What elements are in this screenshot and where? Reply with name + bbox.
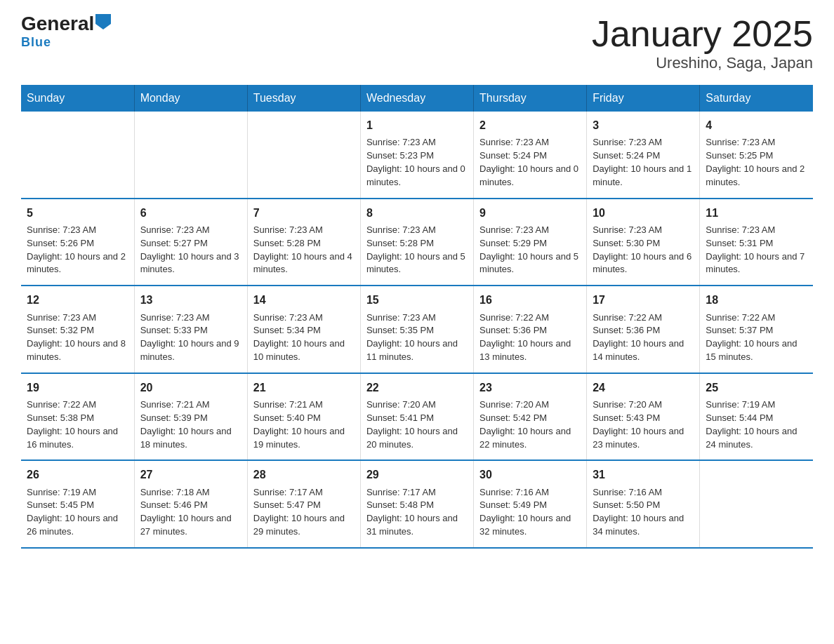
day-info: Sunrise: 7:23 AMSunset: 5:29 PMDaylight:… [479, 224, 578, 275]
day-cell: 3Sunrise: 7:23 AMSunset: 5:24 PMDaylight… [587, 112, 700, 199]
day-number: 10 [593, 205, 694, 221]
day-cell: 12Sunrise: 7:23 AMSunset: 5:32 PMDayligh… [21, 286, 134, 373]
day-cell: 13Sunrise: 7:23 AMSunset: 5:33 PMDayligh… [134, 286, 247, 373]
day-info: Sunrise: 7:22 AMSunset: 5:37 PMDaylight:… [706, 312, 797, 363]
day-number: 13 [140, 292, 241, 308]
day-info: Sunrise: 7:20 AMSunset: 5:41 PMDaylight:… [366, 399, 458, 450]
day-cell: 21Sunrise: 7:21 AMSunset: 5:40 PMDayligh… [247, 373, 360, 461]
day-number: 18 [706, 292, 807, 308]
day-cell: 17Sunrise: 7:22 AMSunset: 5:36 PMDayligh… [587, 286, 700, 373]
day-info: Sunrise: 7:23 AMSunset: 5:25 PMDaylight:… [706, 137, 805, 187]
day-info: Sunrise: 7:23 AMSunset: 5:32 PMDaylight:… [27, 312, 126, 363]
day-cell [700, 460, 813, 548]
header-sunday: Sunday [21, 85, 134, 112]
day-info: Sunrise: 7:22 AMSunset: 5:36 PMDaylight:… [479, 312, 571, 363]
day-cell: 4Sunrise: 7:23 AMSunset: 5:25 PMDaylight… [700, 112, 813, 199]
day-info: Sunrise: 7:17 AMSunset: 5:47 PMDaylight:… [253, 487, 345, 537]
svg-marker-0 [95, 14, 111, 29]
day-number: 27 [140, 467, 241, 483]
day-cell: 10Sunrise: 7:23 AMSunset: 5:30 PMDayligh… [587, 199, 700, 286]
day-number: 26 [27, 467, 128, 483]
header-monday: Monday [134, 85, 247, 112]
day-info: Sunrise: 7:23 AMSunset: 5:28 PMDaylight:… [253, 224, 352, 275]
day-info: Sunrise: 7:16 AMSunset: 5:49 PMDaylight:… [479, 487, 571, 537]
calendar-table: SundayMondayTuesdayWednesdayThursdayFrid… [21, 85, 813, 549]
day-number: 11 [706, 205, 807, 221]
day-info: Sunrise: 7:20 AMSunset: 5:43 PMDaylight:… [593, 399, 684, 450]
day-cell: 5Sunrise: 7:23 AMSunset: 5:26 PMDaylight… [21, 199, 134, 286]
day-info: Sunrise: 7:17 AMSunset: 5:48 PMDaylight:… [366, 487, 458, 537]
day-number: 25 [706, 380, 807, 396]
day-info: Sunrise: 7:23 AMSunset: 5:24 PMDaylight:… [593, 137, 691, 187]
logo-blue: Blue [21, 35, 51, 50]
day-info: Sunrise: 7:22 AMSunset: 5:36 PMDaylight:… [593, 312, 684, 363]
day-info: Sunrise: 7:23 AMSunset: 5:35 PMDaylight:… [366, 312, 458, 363]
day-cell [134, 112, 247, 199]
day-info: Sunrise: 7:23 AMSunset: 5:30 PMDaylight:… [593, 224, 691, 275]
day-info: Sunrise: 7:21 AMSunset: 5:39 PMDaylight:… [140, 399, 232, 450]
day-number: 9 [479, 205, 581, 221]
day-cell: 18Sunrise: 7:22 AMSunset: 5:37 PMDayligh… [700, 286, 813, 373]
header-friday: Friday [587, 85, 700, 112]
day-info: Sunrise: 7:16 AMSunset: 5:50 PMDaylight:… [593, 487, 684, 537]
day-cell: 16Sunrise: 7:22 AMSunset: 5:36 PMDayligh… [474, 286, 587, 373]
day-number: 30 [479, 467, 581, 483]
calendar-title: January 2025 [592, 14, 813, 54]
day-cell: 6Sunrise: 7:23 AMSunset: 5:27 PMDaylight… [134, 199, 247, 286]
day-info: Sunrise: 7:23 AMSunset: 5:26 PMDaylight:… [27, 224, 126, 275]
header-thursday: Thursday [474, 85, 587, 112]
day-number: 6 [140, 205, 241, 221]
day-cell: 15Sunrise: 7:23 AMSunset: 5:35 PMDayligh… [360, 286, 473, 373]
day-cell: 25Sunrise: 7:19 AMSunset: 5:44 PMDayligh… [700, 373, 813, 461]
day-cell: 8Sunrise: 7:23 AMSunset: 5:28 PMDaylight… [360, 199, 473, 286]
day-info: Sunrise: 7:23 AMSunset: 5:24 PMDaylight:… [479, 137, 578, 187]
day-number: 17 [593, 292, 694, 308]
day-info: Sunrise: 7:23 AMSunset: 5:33 PMDaylight:… [140, 312, 239, 363]
day-number: 7 [253, 205, 355, 221]
day-number: 12 [27, 292, 128, 308]
day-number: 24 [593, 380, 694, 396]
day-number: 29 [366, 467, 468, 483]
title-block: January 2025 Ureshino, Saga, Japan [592, 14, 813, 72]
logo: General Blue [21, 14, 111, 50]
day-number: 3 [593, 117, 694, 133]
day-number: 8 [366, 205, 468, 221]
day-cell: 23Sunrise: 7:20 AMSunset: 5:42 PMDayligh… [474, 373, 587, 461]
day-number: 16 [479, 292, 581, 308]
day-info: Sunrise: 7:22 AMSunset: 5:38 PMDaylight:… [27, 399, 118, 450]
day-cell: 24Sunrise: 7:20 AMSunset: 5:43 PMDayligh… [587, 373, 700, 461]
logo-general: General [21, 14, 94, 34]
day-info: Sunrise: 7:20 AMSunset: 5:42 PMDaylight:… [479, 399, 571, 450]
day-cell [247, 112, 360, 199]
day-cell: 22Sunrise: 7:20 AMSunset: 5:41 PMDayligh… [360, 373, 473, 461]
week-row-2: 5Sunrise: 7:23 AMSunset: 5:26 PMDaylight… [21, 199, 813, 286]
day-number: 21 [253, 380, 355, 396]
day-number: 20 [140, 380, 241, 396]
day-number: 19 [27, 380, 128, 396]
calendar-header-row: SundayMondayTuesdayWednesdayThursdayFrid… [21, 85, 813, 112]
day-info: Sunrise: 7:23 AMSunset: 5:27 PMDaylight:… [140, 224, 239, 275]
day-info: Sunrise: 7:23 AMSunset: 5:28 PMDaylight:… [366, 224, 465, 275]
day-cell: 7Sunrise: 7:23 AMSunset: 5:28 PMDaylight… [247, 199, 360, 286]
week-row-5: 26Sunrise: 7:19 AMSunset: 5:45 PMDayligh… [21, 460, 813, 548]
header-wednesday: Wednesday [360, 85, 473, 112]
day-number: 14 [253, 292, 355, 308]
header-saturday: Saturday [700, 85, 813, 112]
week-row-3: 12Sunrise: 7:23 AMSunset: 5:32 PMDayligh… [21, 286, 813, 373]
calendar-subtitle: Ureshino, Saga, Japan [592, 54, 813, 72]
day-number: 22 [366, 380, 468, 396]
day-info: Sunrise: 7:18 AMSunset: 5:46 PMDaylight:… [140, 487, 232, 537]
day-number: 2 [479, 117, 581, 133]
day-cell: 31Sunrise: 7:16 AMSunset: 5:50 PMDayligh… [587, 460, 700, 548]
day-info: Sunrise: 7:23 AMSunset: 5:34 PMDaylight:… [253, 312, 345, 363]
week-row-1: 1Sunrise: 7:23 AMSunset: 5:23 PMDaylight… [21, 112, 813, 199]
day-cell [21, 112, 134, 199]
logo-flag-icon [95, 14, 111, 29]
day-info: Sunrise: 7:23 AMSunset: 5:23 PMDaylight:… [366, 137, 465, 187]
day-cell: 28Sunrise: 7:17 AMSunset: 5:47 PMDayligh… [247, 460, 360, 548]
day-number: 5 [27, 205, 128, 221]
day-cell: 11Sunrise: 7:23 AMSunset: 5:31 PMDayligh… [700, 199, 813, 286]
day-cell: 19Sunrise: 7:22 AMSunset: 5:38 PMDayligh… [21, 373, 134, 461]
day-cell: 14Sunrise: 7:23 AMSunset: 5:34 PMDayligh… [247, 286, 360, 373]
day-cell: 29Sunrise: 7:17 AMSunset: 5:48 PMDayligh… [360, 460, 473, 548]
